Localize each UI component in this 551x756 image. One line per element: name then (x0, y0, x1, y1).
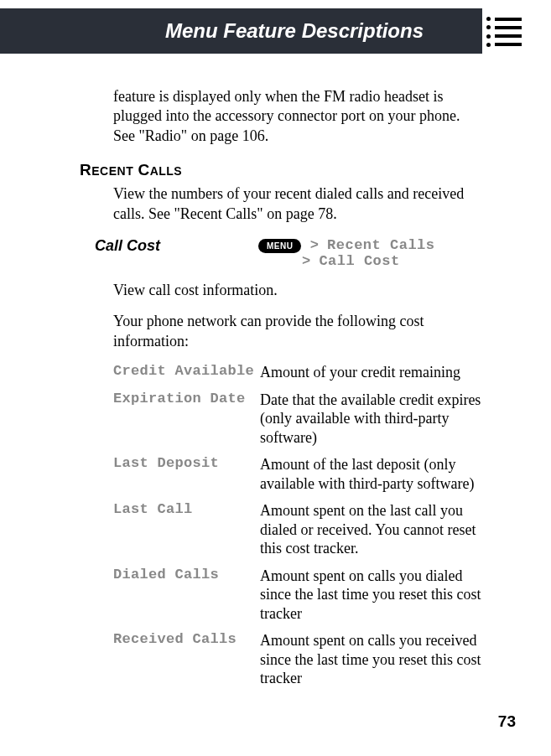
menu-button-icon: MENU (258, 239, 301, 253)
definition-table: Credit Available Amount of your credit r… (113, 363, 484, 688)
content-area: feature is displayed only when the FM ra… (0, 54, 551, 688)
section-description: View the numbers of your recent dialed c… (113, 184, 484, 224)
definition-description: Amount of the last deposit (only availab… (260, 455, 484, 493)
menu-list-icon (486, 17, 522, 47)
page-number: 73 (498, 712, 516, 731)
definition-row: Last Deposit Amount of the last deposit … (113, 455, 484, 493)
section-heading: RECENT CALLS (80, 161, 484, 179)
definition-term: Credit Available (113, 363, 260, 379)
definition-term: Expiration Date (113, 391, 260, 406)
definition-description: Amount spent on calls you received since… (260, 631, 484, 688)
body-paragraph: View call cost information. (113, 281, 484, 300)
definition-row: Dialed Calls Amount spent on calls you d… (113, 567, 484, 624)
path-item: Recent Calls (327, 237, 434, 253)
definition-row: Expiration Date Date that the available … (113, 391, 484, 448)
definition-term: Last Call (113, 501, 260, 517)
path-item: Call Cost (319, 253, 399, 269)
definition-row: Credit Available Amount of your credit r… (113, 363, 484, 382)
definition-term: Received Calls (113, 631, 260, 647)
definition-row: Last Call Amount spent on the last call … (113, 501, 484, 558)
definition-description: Amount spent on the last call you dialed… (260, 501, 484, 558)
definition-term: Last Deposit (113, 455, 260, 471)
definition-term: Dialed Calls (113, 567, 260, 583)
subsection-title: Call Cost (95, 237, 258, 255)
definition-row: Received Calls Amount spent on calls you… (113, 631, 484, 688)
page-title: Menu Feature Descriptions (165, 19, 424, 43)
menu-path: MENU > Recent Calls > Call Cost (258, 237, 484, 269)
subsection-header: Call Cost MENU > Recent Calls > Call Cos… (95, 237, 484, 269)
definition-description: Amount of your credit remaining (260, 363, 484, 382)
header-bar: Menu Feature Descriptions (0, 8, 482, 54)
body-paragraph: Your phone network can provide the follo… (113, 312, 484, 351)
intro-paragraph: feature is displayed only when the FM ra… (113, 87, 484, 146)
definition-description: Amount spent on calls you dialed since t… (260, 567, 484, 624)
definition-description: Date that the available credit expires (… (260, 391, 484, 448)
